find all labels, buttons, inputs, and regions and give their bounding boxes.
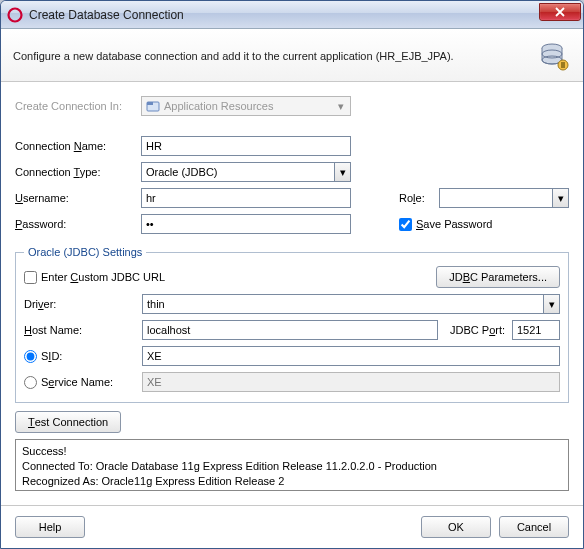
fieldset-legend: Oracle (JDBC) Settings bbox=[24, 246, 146, 258]
save-password-label: Save Password bbox=[416, 218, 492, 230]
titlebar[interactable]: Create Database Connection bbox=[1, 1, 583, 29]
header-text: Configure a new database connection and … bbox=[13, 50, 537, 62]
chevron-down-icon[interactable]: ▾ bbox=[543, 295, 559, 313]
result-line-2: Connected To: Oracle Database 11g Expres… bbox=[22, 459, 562, 474]
password-input[interactable] bbox=[141, 214, 351, 234]
driver-label: Driver: bbox=[24, 298, 142, 310]
create-in-select: Application Resources ▾ bbox=[141, 96, 351, 116]
save-password-checkbox[interactable]: Save Password bbox=[399, 218, 492, 231]
cancel-button[interactable]: Cancel bbox=[499, 516, 569, 538]
jdbc-settings-fieldset: Oracle (JDBC) Settings Enter Custom JDBC… bbox=[15, 246, 569, 403]
sid-label: SID: bbox=[41, 350, 62, 362]
jdbc-port-input[interactable] bbox=[512, 320, 560, 340]
dialog-window: Create Database Connection Configure a n… bbox=[0, 0, 584, 549]
divider bbox=[1, 505, 583, 506]
jdbc-port-label: JDBC Port: bbox=[450, 324, 512, 336]
ok-button[interactable]: OK bbox=[421, 516, 491, 538]
service-radio-btn[interactable] bbox=[24, 376, 37, 389]
driver-select[interactable]: thin ▾ bbox=[142, 294, 560, 314]
sid-radio-btn[interactable] bbox=[24, 350, 37, 363]
create-in-label: Create Connection In: bbox=[15, 100, 141, 112]
password-label: Password: bbox=[15, 218, 141, 230]
connection-name-label: Connection Name: bbox=[15, 140, 141, 152]
sid-input[interactable] bbox=[142, 346, 560, 366]
service-name-label: Service Name: bbox=[41, 376, 113, 388]
role-label: Role: bbox=[399, 192, 439, 204]
database-icon bbox=[537, 39, 571, 73]
enter-custom-url-checkbox[interactable]: Enter Custom JDBC URL bbox=[24, 271, 165, 284]
role-select[interactable]: ▾ bbox=[439, 188, 569, 208]
host-name-label: Host Name: bbox=[24, 324, 142, 336]
close-button[interactable] bbox=[539, 3, 581, 21]
content-area: Create Connection In: Application Resour… bbox=[1, 82, 583, 501]
connection-type-select[interactable]: Oracle (JDBC) ▾ bbox=[141, 162, 351, 182]
footer-bar: Help OK Cancel bbox=[1, 508, 583, 548]
create-in-value: Application Resources bbox=[164, 100, 273, 112]
username-label: Username: bbox=[15, 192, 141, 204]
chevron-down-icon[interactable]: ▾ bbox=[334, 163, 350, 181]
sid-radio[interactable]: SID: bbox=[24, 350, 142, 363]
driver-value: thin bbox=[143, 298, 543, 310]
header-banner: Configure a new database connection and … bbox=[1, 29, 583, 82]
result-line-1: Success! bbox=[22, 444, 562, 459]
connection-type-value: Oracle (JDBC) bbox=[142, 166, 334, 178]
svg-rect-7 bbox=[147, 102, 153, 105]
svg-point-0 bbox=[9, 8, 22, 21]
test-connection-button[interactable]: Test Connection bbox=[15, 411, 121, 433]
enter-custom-url-box[interactable] bbox=[24, 271, 37, 284]
app-icon bbox=[7, 7, 23, 23]
connection-type-label: Connection Type: bbox=[15, 166, 141, 178]
svg-rect-5 bbox=[561, 62, 565, 68]
jdbc-parameters-button[interactable]: JDBC Parameters... bbox=[436, 266, 560, 288]
host-name-input[interactable] bbox=[142, 320, 438, 340]
enter-custom-url-label: Enter Custom JDBC URL bbox=[41, 271, 165, 283]
folder-icon bbox=[146, 99, 160, 113]
chevron-down-icon: ▾ bbox=[334, 100, 348, 113]
chevron-down-icon[interactable]: ▾ bbox=[552, 189, 568, 207]
window-title: Create Database Connection bbox=[29, 8, 539, 22]
help-button[interactable]: Help bbox=[15, 516, 85, 538]
result-line-3: Recognized As: Oracle11g Express Edition… bbox=[22, 474, 562, 489]
service-name-input bbox=[142, 372, 560, 392]
save-password-box[interactable] bbox=[399, 218, 412, 231]
connection-name-input[interactable] bbox=[141, 136, 351, 156]
test-results-box: Success! Connected To: Oracle Database 1… bbox=[15, 439, 569, 491]
username-input[interactable] bbox=[141, 188, 351, 208]
service-name-radio[interactable]: Service Name: bbox=[24, 376, 142, 389]
